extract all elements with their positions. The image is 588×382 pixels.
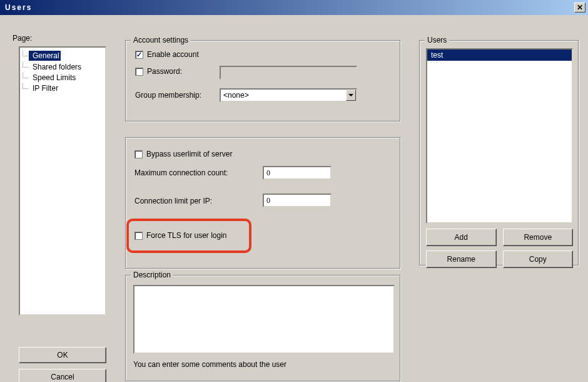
bypass-userlimit-label: Bypass userlimit of server xyxy=(146,150,232,158)
page-label: Page: xyxy=(13,34,32,43)
page-item-general[interactable]: General xyxy=(29,51,61,61)
user-list-item[interactable]: test xyxy=(427,49,572,61)
users-group: Users test Add Remove Rename Copy xyxy=(419,40,579,266)
bypass-userlimit-checkbox[interactable] xyxy=(134,150,143,158)
password-label: Password: xyxy=(147,67,182,76)
group-membership-dropdown[interactable]: <none> xyxy=(220,88,357,102)
cancel-button[interactable]: Cancel xyxy=(19,369,106,382)
page-tree[interactable]: General Shared folders Speed Limits IP F… xyxy=(19,46,106,316)
conn-per-ip-input[interactable] xyxy=(263,194,332,207)
close-button[interactable]: ✕ xyxy=(574,3,585,13)
users-legend: Users xyxy=(425,36,449,44)
max-connection-input[interactable] xyxy=(263,166,332,180)
password-checkbox[interactable] xyxy=(135,68,143,76)
description-legend: Description xyxy=(131,271,173,279)
conn-per-ip-label: Connection limit per IP: xyxy=(134,197,212,205)
description-group: Description You can enter some comments … xyxy=(125,275,400,381)
limits-group: Bypass userlimit of server Maximum conne… xyxy=(125,137,400,269)
force-tls-label: Force TLS for user login xyxy=(146,231,227,240)
account-settings-legend: Account settings xyxy=(131,36,191,44)
max-connection-label: Maximum connection count: xyxy=(134,168,228,177)
page-item-shared-folders[interactable]: Shared folders xyxy=(29,62,104,72)
enable-account-checkbox[interactable] xyxy=(135,51,143,59)
password-input[interactable] xyxy=(220,66,357,80)
ok-button[interactable]: OK xyxy=(19,347,106,363)
window-title: Users xyxy=(3,3,32,12)
group-membership-value: <none> xyxy=(223,91,249,100)
copy-user-button[interactable]: Copy xyxy=(503,250,574,268)
enable-account-label: Enable account xyxy=(147,50,199,59)
account-settings-group: Account settings Enable account Password… xyxy=(125,40,400,121)
rename-user-button[interactable]: Rename xyxy=(426,250,497,268)
page-item-ip-filter[interactable]: IP Filter xyxy=(29,83,104,93)
group-membership-label: Group membership: xyxy=(135,91,201,100)
force-tls-checkbox[interactable] xyxy=(134,232,143,240)
remove-user-button[interactable]: Remove xyxy=(503,229,574,246)
add-user-button[interactable]: Add xyxy=(426,229,497,246)
description-hint: You can enter some comments about the us… xyxy=(133,360,286,369)
users-listbox[interactable]: test xyxy=(426,48,573,224)
description-textarea[interactable] xyxy=(133,285,395,354)
page-item-speed-limits[interactable]: Speed Limits xyxy=(29,73,104,83)
title-bar: Users ✕ xyxy=(0,0,588,15)
chevron-down-icon xyxy=(346,90,356,101)
dialog-body: Page: General Shared folders Speed Limit… xyxy=(0,15,588,382)
